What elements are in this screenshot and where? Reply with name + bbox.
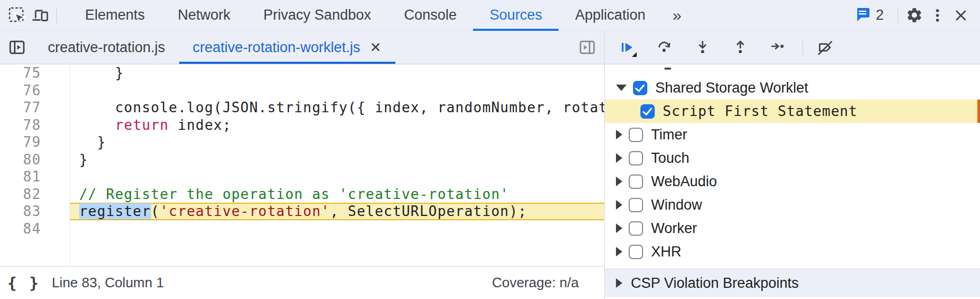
code-text[interactable]: return index; (70, 117, 604, 134)
show-right-sidebar-icon[interactable] (570, 31, 604, 64)
code-line: 76 (0, 82, 604, 99)
code-text[interactable]: } (70, 134, 604, 151)
file-tab-creative-rotation[interactable]: creative-rotation.js (34, 31, 179, 64)
editor-status-bar: { } Line 83, Column 1 Coverage: n/a (0, 266, 604, 299)
show-navigator-icon[interactable] (0, 31, 34, 64)
breakpoint-row[interactable]: Timer (605, 123, 980, 146)
chevron-right-icon[interactable] (616, 278, 622, 288)
line-number-gutter[interactable]: 79 (0, 134, 70, 151)
debugger-toolbar (604, 31, 980, 64)
chevron-right-icon[interactable] (616, 247, 622, 256)
device-toolbar-icon[interactable] (29, 4, 52, 27)
debugger-sidebar: Shared Storage WorkletScript First State… (604, 64, 980, 299)
toolbar-right: 2 (855, 4, 980, 27)
code-text[interactable]: register('creative-rotation', SelectURLO… (70, 203, 604, 220)
deactivate-breakpoints-icon[interactable] (815, 37, 836, 58)
issues-icon (855, 6, 871, 24)
step-over-icon[interactable] (654, 37, 675, 58)
code-text[interactable]: console.log(JSON.stringify({ index, rand… (70, 99, 604, 117)
line-number-gutter[interactable]: 81 (0, 168, 70, 186)
code-text[interactable]: } (70, 64, 604, 82)
tab-sources[interactable]: Sources (473, 0, 559, 31)
tab-network[interactable]: Network (162, 0, 247, 31)
settings-gear-icon[interactable] (902, 4, 926, 27)
code-text[interactable]: // Register the operation as 'creative-r… (70, 186, 604, 203)
line-number-gutter[interactable]: 83 (0, 203, 70, 220)
more-tabs-icon[interactable]: » (662, 6, 693, 24)
line-number-gutter[interactable]: 75 (0, 64, 70, 82)
tab-console[interactable]: Console (387, 0, 473, 31)
breakpoint-row[interactable]: Shared Storage Worklet (605, 76, 980, 99)
line-number-gutter[interactable]: 80 (0, 151, 70, 169)
chevron-right-icon[interactable] (616, 200, 622, 210)
breakpoint-label: Window (651, 197, 702, 213)
breakpoint-row[interactable]: XHR (605, 240, 980, 263)
csp-violation-breakpoints-section[interactable]: CSP Violation Breakpoints (605, 269, 980, 297)
file-tab-creative-rotation-worklet[interactable]: creative-rotation-worklet.js ✕ (179, 31, 395, 64)
step-out-icon[interactable] (730, 37, 751, 58)
devtools-window: Elements Network Privacy Sandbox Console… (0, 0, 980, 299)
code-text[interactable] (70, 220, 604, 238)
file-tab-label: creative-rotation.js (48, 39, 165, 56)
source-editor: 75 }7677 console.log(JSON.stringify({ in… (0, 64, 604, 299)
second-band: creative-rotation.js creative-rotation-w… (0, 31, 980, 64)
close-devtools-icon[interactable] (949, 4, 973, 27)
line-number-gutter[interactable]: 82 (0, 186, 70, 203)
code-line: 82// Register the operation as 'creative… (0, 186, 604, 203)
code-text[interactable] (70, 168, 604, 186)
checkbox-unchecked[interactable] (629, 175, 643, 189)
line-number-gutter[interactable]: 77 (0, 99, 70, 117)
breakpoint-label: WebAudio (651, 173, 717, 190)
breakpoint-label: Shared Storage Worklet (655, 80, 808, 96)
breakpoint-label: Script First Statement (663, 103, 857, 119)
menu-kebab-icon[interactable] (926, 4, 949, 27)
step-into-icon[interactable] (692, 37, 713, 58)
long-press-corner (632, 52, 637, 57)
checkbox-checked[interactable] (640, 104, 655, 119)
debugger-toolbar-divider (802, 39, 803, 55)
checkbox-unchecked[interactable] (629, 128, 643, 142)
code-lines: 75 }7677 console.log(JSON.stringify({ in… (0, 64, 604, 266)
code-text[interactable] (70, 82, 604, 99)
resume-script-icon[interactable] (616, 37, 638, 58)
line-number-gutter[interactable]: 78 (0, 117, 70, 134)
checkbox-unchecked[interactable] (629, 245, 643, 259)
checkbox-unchecked[interactable] (629, 151, 643, 165)
breakpoint-row[interactable]: Script First Statement (605, 99, 980, 123)
chevron-right-icon[interactable] (616, 223, 622, 233)
tab-application[interactable]: Application (559, 0, 662, 31)
close-tab-icon[interactable]: ✕ (370, 39, 382, 56)
breakpoint-label: Timer (651, 127, 687, 143)
code-filler (0, 237, 604, 266)
editor-tab-strip: creative-rotation.js creative-rotation-w… (0, 31, 604, 64)
breakpoint-row[interactable]: Touch (605, 146, 980, 170)
checkbox-checked[interactable] (633, 81, 647, 95)
tab-elements[interactable]: Elements (69, 0, 162, 31)
pretty-print-icon[interactable]: { } (7, 274, 40, 292)
code-line: 80} (0, 151, 604, 169)
code-line: 78 return index; (0, 117, 604, 134)
breakpoint-row[interactable]: Window (605, 193, 980, 217)
issues-count: 2 (876, 7, 884, 23)
issues-button[interactable]: 2 (855, 6, 884, 24)
cursor-position: Line 83, Column 1 (52, 275, 164, 291)
chevron-right-icon[interactable] (616, 153, 622, 163)
code-line: 79 } (0, 134, 604, 151)
breakpoint-row[interactable]: WebAudio (605, 170, 980, 193)
chevron-right-icon[interactable] (616, 177, 622, 186)
code-text[interactable]: } (70, 151, 604, 169)
tab-privacy-sandbox[interactable]: Privacy Sandbox (247, 0, 388, 31)
breakpoint-row[interactable]: Worker (605, 217, 980, 240)
code-line-paused: 83register('creative-rotation', SelectUR… (0, 203, 604, 220)
chevron-down-icon[interactable] (616, 85, 627, 91)
line-number-gutter[interactable]: 76 (0, 82, 70, 99)
main-area: 75 }7677 console.log(JSON.stringify({ in… (0, 64, 980, 299)
clipped-content-remnant (664, 68, 671, 70)
checkbox-unchecked[interactable] (629, 198, 643, 212)
line-number-gutter[interactable]: 84 (0, 220, 70, 238)
panel-tabs: Elements Network Privacy Sandbox Console… (69, 0, 662, 31)
inspect-element-icon[interactable] (5, 4, 29, 27)
step-icon[interactable] (767, 37, 789, 58)
checkbox-unchecked[interactable] (629, 221, 643, 236)
chevron-right-icon[interactable] (616, 130, 622, 139)
